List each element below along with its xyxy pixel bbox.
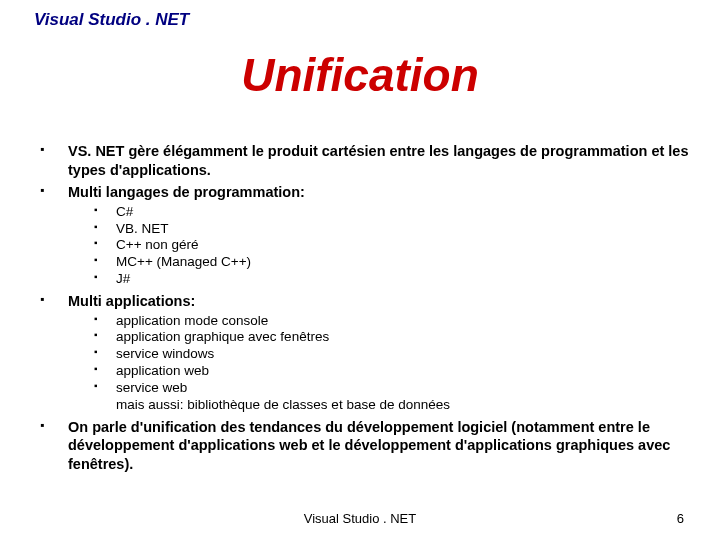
sub-list: application mode consoleapplication grap…	[68, 313, 690, 414]
list-item-text: Multi applications:	[68, 293, 195, 309]
slide-header: Visual Studio . NET	[34, 10, 189, 30]
list-item: Multi applications:application mode cons…	[40, 292, 690, 414]
list-item: On parle d'unification des tendances du …	[40, 418, 690, 474]
footer-center: Visual Studio . NET	[0, 511, 720, 526]
sub-list-item: service web	[68, 380, 690, 397]
sub-list-item: C++ non géré	[68, 237, 690, 254]
footer-page-number: 6	[677, 511, 684, 526]
sub-list-item: service windows	[68, 346, 690, 363]
slide-content: VS. NET gère élégamment le produit carté…	[40, 142, 690, 477]
sub-list-item: J#	[68, 271, 690, 288]
list-item-text: Multi langages de programmation:	[68, 184, 305, 200]
list-item-text: VS. NET gère élégamment le produit carté…	[68, 143, 688, 178]
sub-list-item: C#	[68, 204, 690, 221]
sub-list-item: mais aussi: bibliothèque de classes et b…	[68, 397, 690, 414]
sub-list-item: VB. NET	[68, 221, 690, 238]
sub-list-item: application mode console	[68, 313, 690, 330]
list-item: VS. NET gère élégamment le produit carté…	[40, 142, 690, 179]
sub-list: C#VB. NETC++ non géréMC++ (Managed C++)J…	[68, 204, 690, 288]
sub-list-item: MC++ (Managed C++)	[68, 254, 690, 271]
list-item-text: On parle d'unification des tendances du …	[68, 419, 670, 472]
list-item: Multi langages de programmation:C#VB. NE…	[40, 183, 690, 288]
sub-list-item: application graphique avec fenêtres	[68, 329, 690, 346]
slide-title: Unification	[0, 48, 720, 102]
bullet-list: VS. NET gère élégamment le produit carté…	[40, 142, 690, 473]
sub-list-item: application web	[68, 363, 690, 380]
